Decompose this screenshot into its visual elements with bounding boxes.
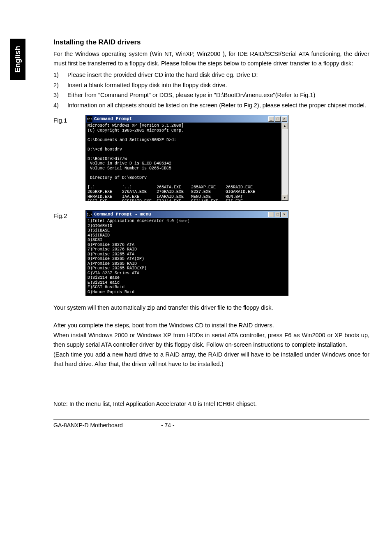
content-area: Installing the RAID drivers For the Wind… <box>53 37 369 430</box>
footer-model: GA-8ANXP-D Motherboard <box>53 421 161 430</box>
step-number: 4) <box>53 101 67 110</box>
list-item: 1) Please insert the provided driver CD … <box>53 70 369 79</box>
language-label: English <box>12 46 23 72</box>
steps-list: 1) Please insert the provided driver CD … <box>53 70 369 110</box>
section-heading: Installing the RAID drivers <box>53 37 369 48</box>
after-p4: (Each time you add a new hard drive to a… <box>53 350 369 368</box>
step-text: Either from "Command Prompt" or DOS, ple… <box>67 90 369 100</box>
terminal-body: 1)Intel Application Accelerator 4.0 (Not… <box>86 218 288 295</box>
figure-2-label: Fig.2 <box>53 210 85 220</box>
list-item: 4) Information on all chipsets should be… <box>53 101 369 110</box>
window-controls: _ □ × <box>268 116 287 122</box>
titlebar: C:\ Command Prompt - menu _ □ × <box>86 211 288 218</box>
window-title: Command Prompt - menu <box>94 212 268 217</box>
command-prompt-window-2: C:\ Command Prompt - menu _ □ × 1)Intel … <box>85 210 288 296</box>
scroll-up-button[interactable]: ▲ <box>281 123 288 129</box>
step-text: Please insert the provided driver CD int… <box>67 70 369 79</box>
step-number: 1) <box>53 70 67 79</box>
figure-1-row: Fig.1 C:\ Command Prompt _ □ × Microsoft… <box>53 115 369 201</box>
after-p2: After you complete the steps, boot from … <box>53 321 369 330</box>
terminal-output: Microsoft Windows XP [Version 5.1.2600] … <box>88 123 255 201</box>
menu-line-1: 1)Intel Application Accelerator 4.0 <box>88 219 174 223</box>
step-number: 2) <box>53 81 67 90</box>
titlebar: C:\ Command Prompt _ □ × <box>86 115 288 123</box>
scroll-track[interactable] <box>281 129 288 194</box>
window-icon: C:\ <box>87 116 92 122</box>
menu-rest: 2)GIGARAID 3)SiIBASE 4)SiIRAID 5)SCSI 6)… <box>88 224 147 296</box>
language-tab: English <box>10 39 25 80</box>
list-item: 2) Insert a blank formatted floppy disk … <box>53 81 369 90</box>
step-text: Information on all chipsets should be li… <box>67 101 369 110</box>
maximize-button[interactable]: □ <box>275 116 281 122</box>
menu-note-inline: (Note) <box>176 219 189 223</box>
footnote: Note: In the menu list, Intel Applicatio… <box>53 399 369 408</box>
after-p3: When install Windows 2000 or Windows XP … <box>53 331 369 349</box>
scroll-down-button[interactable]: ▼ <box>281 194 288 201</box>
command-prompt-window-1: C:\ Command Prompt _ □ × Microsoft Windo… <box>85 115 288 201</box>
figure-2-row: Fig.2 C:\ Command Prompt - menu _ □ × 1)… <box>53 210 369 296</box>
footer-page-number: - 74 - <box>161 421 175 430</box>
step-number: 3) <box>53 90 67 100</box>
close-button[interactable]: × <box>281 116 287 122</box>
minimize-button[interactable]: _ <box>268 212 274 217</box>
after-text-block: Your system will then automatically zip … <box>53 303 369 368</box>
page-root: English Installing the RAID drivers For … <box>0 0 392 556</box>
close-button[interactable]: × <box>281 212 287 217</box>
list-item: 3) Either from "Command Prompt" or DOS, … <box>53 90 369 100</box>
step-text: Insert a blank formatted floppy disk int… <box>67 81 369 90</box>
intro-paragraph: For the Windows operating system (Win NT… <box>53 49 369 68</box>
scrollbar[interactable]: ▲ ▼ <box>281 123 288 201</box>
window-controls: _ □ × <box>268 212 287 217</box>
terminal-body: Microsoft Windows XP [Version 5.1.2600] … <box>86 123 288 201</box>
maximize-button[interactable]: □ <box>275 212 281 217</box>
minimize-button[interactable]: _ <box>268 116 274 122</box>
figure-1-label: Fig.1 <box>53 115 85 125</box>
after-p1: Your system will then automatically zip … <box>53 303 369 312</box>
window-icon: C:\ <box>87 211 92 217</box>
window-title: Command Prompt <box>94 116 268 122</box>
page-footer: GA-8ANXP-D Motherboard - 74 - <box>53 419 369 430</box>
